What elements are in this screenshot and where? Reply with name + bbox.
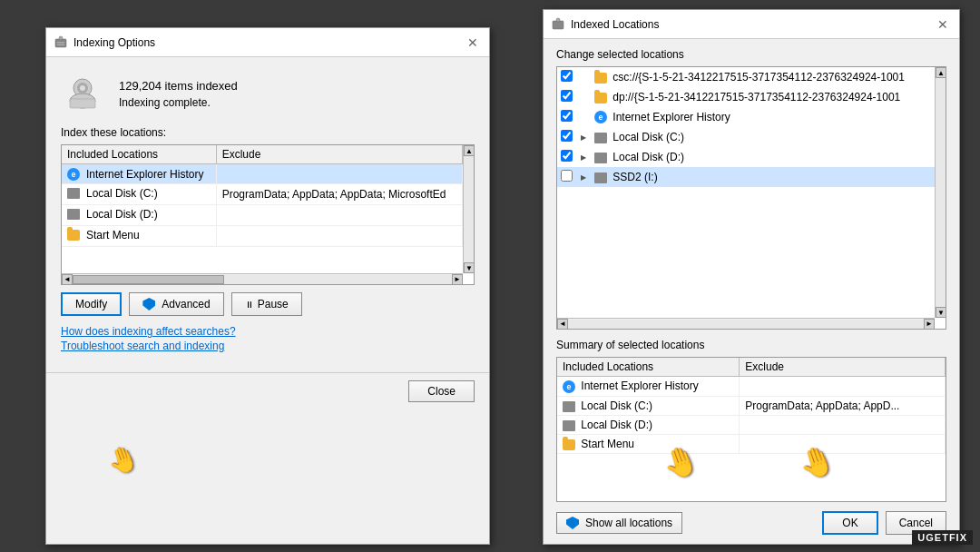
summary-col-exclude: Exclude <box>740 358 946 377</box>
svg-rect-1 <box>57 42 64 44</box>
table-row[interactable]: Local Disk (D:) <box>62 205 463 226</box>
tree-checkbox[interactable] <box>561 110 573 122</box>
indexed-locations-icon <box>551 17 565 32</box>
summary-row[interactable]: Local Disk (D:) <box>557 415 946 434</box>
summary-row[interactable]: e Internet Explorer History <box>557 377 946 397</box>
tree-row[interactable]: ▶ Local Disk (D:) <box>557 147 935 167</box>
tree-row[interactable]: csc://{S-1-5-21-3412217515-3717354112-23… <box>557 67 935 87</box>
right-dialog-body: Change selected locations csc://{S-1-5-2… <box>544 39 959 544</box>
indexing-icon <box>61 72 104 115</box>
scroll-up-arrow[interactable]: ▲ <box>464 145 475 156</box>
pause-button[interactable]: ⏸ Pause <box>231 292 302 316</box>
advanced-button[interactable]: Advanced <box>129 292 223 316</box>
table-row[interactable]: Local Disk (C:) ProgramData; AppData; Ap… <box>62 184 463 205</box>
svg-point-10 <box>556 18 560 22</box>
hscroll-track[interactable] <box>568 320 924 329</box>
tree-checkbox[interactable] <box>561 70 573 82</box>
tree-checkbox[interactable] <box>561 150 573 162</box>
ie-icon: e <box>67 168 80 181</box>
right-dialog-title: Indexed Locations <box>571 18 934 31</box>
svg-rect-9 <box>553 21 564 29</box>
tree-row[interactable]: ▶ SSD2 (I:) <box>557 167 935 187</box>
items-indexed-count: 129,204 items indexed <box>119 79 238 93</box>
scroll-hthumb[interactable] <box>73 275 224 284</box>
scroll-up-arrow[interactable]: ▲ <box>936 67 946 78</box>
show-all-shield-icon <box>566 517 579 529</box>
drive-icon <box>67 209 80 220</box>
ie-icon: e <box>594 111 607 123</box>
left-dialog-titlebar: Indexing Options ✕ <box>46 28 489 57</box>
scroll-htrack[interactable] <box>73 275 452 284</box>
summary-table: Included Locations Exclude e Internet Ex… <box>557 358 946 454</box>
drive-icon <box>563 401 575 412</box>
pause-icon: ⏸ <box>245 300 254 310</box>
tree-hscroll[interactable]: ◄ ► <box>557 318 935 329</box>
modify-button[interactable]: Modify <box>61 292 122 316</box>
scroll-track[interactable] <box>464 156 474 262</box>
scroll-left-arrow[interactable]: ◄ <box>62 274 73 285</box>
left-table-hscroll[interactable]: ◄ ► <box>62 273 463 284</box>
col-exclude: Exclude <box>216 145 462 164</box>
right-dialog-close-button[interactable]: ✕ <box>934 15 952 34</box>
svg-rect-2 <box>57 44 64 45</box>
advanced-shield-icon <box>142 298 155 310</box>
ok-button[interactable]: OK <box>822 511 877 535</box>
left-dialog-title: Indexing Options <box>74 36 464 49</box>
scroll-down-arrow[interactable]: ▼ <box>464 262 475 273</box>
left-dialog-body: 129,204 items indexed Indexing complete.… <box>46 57 489 372</box>
tree-checkbox[interactable] <box>561 130 573 142</box>
summary-row[interactable]: Start Menu <box>557 434 946 453</box>
how-does-indexing-link[interactable]: How does indexing affect searches? <box>61 325 475 338</box>
locations-table: Included Locations Exclude e Internet Ex… <box>62 145 463 247</box>
hscroll-right-arrow[interactable]: ► <box>924 319 935 330</box>
left-table-vscroll[interactable]: ▲ ▼ <box>463 145 474 273</box>
troubleshoot-link[interactable]: Troubleshoot search and indexing <box>61 340 475 352</box>
folder-icon <box>594 93 607 104</box>
folder-icon <box>67 230 80 241</box>
svg-rect-6 <box>70 99 95 108</box>
drive-icon <box>594 153 607 163</box>
table-row[interactable]: Start Menu <box>62 226 463 247</box>
summary-label: Summary of selected locations <box>556 339 946 351</box>
close-btn-row: Close <box>46 372 489 409</box>
drive-icon <box>563 420 575 431</box>
drive-icon <box>594 133 607 143</box>
left-dialog-close-button[interactable]: ✕ <box>464 34 482 52</box>
scroll-track[interactable] <box>936 78 946 307</box>
table-row[interactable]: e Internet Explorer History <box>62 164 463 184</box>
links-section: How does indexing affect searches? Troub… <box>61 325 475 352</box>
summary-col-included: Included Locations <box>557 358 740 377</box>
close-dialog-button[interactable]: Close <box>408 380 475 402</box>
tree-row[interactable]: e Internet Explorer History <box>557 107 935 127</box>
bottom-buttons-row: Show all locations OK Cancel <box>556 511 946 535</box>
indexing-options-icon <box>54 35 68 50</box>
tree-row[interactable]: dp://{S-1-5-21-3412217515-3717354112-237… <box>557 87 935 107</box>
tree-vscroll[interactable]: ▲ ▼ <box>935 67 946 318</box>
summary-section: Included Locations Exclude e Internet Ex… <box>556 357 946 502</box>
action-buttons-row: Modify Advanced ⏸ Pause <box>61 292 475 316</box>
tree-row[interactable]: ▶ Local Disk (C:) <box>557 127 935 147</box>
indexing-info: 129,204 items indexed Indexing complete. <box>119 79 238 109</box>
show-all-locations-button[interactable]: Show all locations <box>556 512 682 534</box>
tree-checkbox[interactable] <box>561 90 573 102</box>
hscroll-left-arrow[interactable]: ◄ <box>557 319 568 330</box>
indexed-locations-dialog: Indexed Locations ✕ Change selected loca… <box>543 9 960 545</box>
locations-tree-container: csc://{S-1-5-21-3412217515-3717354112-23… <box>556 66 946 330</box>
folder-icon <box>594 73 607 84</box>
drive-icon <box>67 188 80 199</box>
index-locations-label: Index these locations: <box>61 126 475 139</box>
indexing-header: 129,204 items indexed Indexing complete. <box>61 72 475 115</box>
scroll-down-arrow[interactable]: ▼ <box>936 307 946 318</box>
locations-tree: csc://{S-1-5-21-3412217515-3717354112-23… <box>557 67 935 187</box>
indexing-options-dialog: Indexing Options ✕ 129,204 items indexed… <box>45 27 490 545</box>
scroll-right-arrow[interactable]: ► <box>452 274 463 285</box>
watermark: UGETFIX <box>912 530 973 545</box>
indexing-status-text: Indexing complete. <box>119 96 238 109</box>
tree-checkbox[interactable] <box>561 170 573 182</box>
right-dialog-titlebar: Indexed Locations ✕ <box>544 10 959 39</box>
summary-row[interactable]: Local Disk (C:) ProgramData; AppData; Ap… <box>557 396 946 415</box>
locations-table-container: Included Locations Exclude e Internet Ex… <box>61 144 475 285</box>
svg-point-3 <box>59 36 63 40</box>
svg-point-8 <box>80 85 85 91</box>
ie-icon: e <box>563 380 575 393</box>
